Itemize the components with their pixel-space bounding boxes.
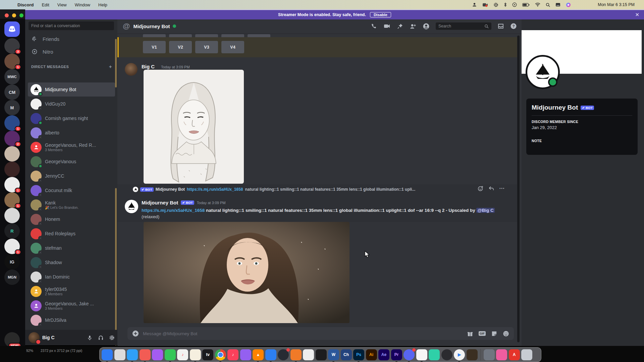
sidebar-scrollbar[interactable]	[115, 39, 117, 87]
server-icon[interactable]: NEW!	[4, 332, 20, 348]
server-icon[interactable]: 1	[4, 192, 20, 208]
reply-icon[interactable]	[488, 185, 494, 191]
add-reaction-icon[interactable]	[478, 185, 484, 191]
sticker-icon[interactable]	[491, 330, 497, 337]
dock-after-effects[interactable]: Ae	[378, 349, 389, 360]
dock-calendar[interactable]	[140, 349, 151, 360]
dock-acrobat[interactable]: A	[509, 349, 520, 360]
sidebar-item-nitro[interactable]: Nitro	[28, 46, 115, 58]
minimize-traffic-light[interactable]	[12, 13, 16, 17]
prompt-link[interactable]: https://s.mj.run/x5aHUx_1658	[142, 208, 205, 213]
user-avatar[interactable]	[29, 332, 40, 343]
spotlight-search-icon[interactable]	[546, 3, 550, 7]
chat-search-input[interactable]: Search	[436, 22, 491, 30]
mention-pill[interactable]: @Big C	[476, 208, 494, 213]
dm-item-kank[interactable]: Kank🎉 Let's Go Brandon.	[28, 198, 115, 212]
dm-item-red-roleplays[interactable]: Red Roleplays	[28, 227, 115, 241]
gif-icon[interactable]: GIF	[479, 331, 486, 336]
dm-item-georgevanous-jake-[interactable]: GeorgeVanous, Jake ...3 Members	[28, 299, 115, 313]
inbox-icon[interactable]	[497, 23, 504, 29]
message-input[interactable]: Message @Midjourney Bot	[143, 331, 463, 336]
sketch-attachment-image[interactable]	[144, 70, 244, 184]
dock-trash[interactable]	[521, 349, 532, 360]
server-icon[interactable]: 1	[4, 239, 20, 254]
video-call-icon[interactable]	[383, 23, 391, 29]
upscaled-attachment-image[interactable]	[144, 222, 350, 323]
dock-apple-tv[interactable]: tv	[202, 349, 213, 360]
dm-item-alberto[interactable]: alberto	[28, 126, 115, 140]
version-button-v4[interactable]: V4	[221, 41, 244, 53]
dm-item-ian-dominic[interactable]: Ian Dominic	[28, 270, 115, 284]
menu-item-window[interactable]: Window	[71, 2, 94, 7]
play-circle-icon[interactable]	[512, 2, 517, 7]
dm-item-cornish-games-night[interactable]: Cornish games night	[28, 111, 115, 125]
server-icon[interactable]: 1	[4, 115, 20, 131]
server-icon-mgn[interactable]: MGN	[4, 269, 20, 285]
dm-item-cocunut-milk[interactable]: Cocunut milk	[28, 183, 115, 197]
mic-icon[interactable]	[87, 335, 93, 341]
upscale-button-partial[interactable]	[169, 34, 192, 37]
server-icon[interactable]: 1	[4, 177, 20, 192]
message-author[interactable]: Big C	[142, 64, 155, 69]
note-label[interactable]: NOTE	[532, 139, 638, 143]
sidebar-item-friends[interactable]: Friends	[28, 33, 115, 45]
conversation-search-input[interactable]: Find or start a conversation	[29, 21, 114, 30]
version-button-v1[interactable]: V1	[143, 41, 166, 53]
server-icon[interactable]	[4, 146, 20, 162]
avatar[interactable]	[125, 63, 138, 76]
dock-facetime[interactable]	[165, 349, 176, 360]
dock-media-pink[interactable]	[496, 349, 507, 360]
dm-item-georgevanous-red-r-[interactable]: GeorgeVanous, Red R...3 Members	[28, 140, 115, 154]
upscale-button-partial[interactable]	[143, 34, 166, 37]
dock-podcasts[interactable]	[240, 349, 251, 360]
voice-call-icon[interactable]	[371, 23, 377, 29]
dock-apple-music[interactable]: ♪	[227, 349, 238, 360]
user-profile-icon[interactable]	[423, 23, 430, 30]
menu-item-view[interactable]: View	[53, 2, 71, 7]
more-icon[interactable]: ⋯	[499, 185, 505, 191]
create-dm-icon[interactable]: +	[109, 64, 112, 69]
reply-author[interactable]: Midjourney Bot	[156, 187, 185, 192]
server-icon-mwc[interactable]: MWC	[4, 69, 20, 84]
dock-word[interactable]: W	[328, 349, 339, 360]
bot-avatar[interactable]	[125, 200, 138, 213]
dm-item-shadow[interactable]: Shadow	[28, 255, 115, 269]
chat-scrollbar[interactable]	[517, 36, 520, 342]
sidebar-scrollbar[interactable]	[115, 188, 117, 346]
reroll-button-partial[interactable]	[248, 34, 270, 37]
dock-notes-white[interactable]	[416, 349, 427, 360]
discord-home-button[interactable]	[4, 21, 20, 37]
dock-xcode[interactable]	[265, 349, 276, 360]
server-icon-m[interactable]: M	[4, 100, 20, 115]
dm-item-jennycc[interactable]: JennyCC	[28, 169, 115, 183]
dock-notes[interactable]	[190, 349, 201, 360]
attach-plus-icon[interactable]	[132, 330, 139, 337]
disable-streamer-mode-button[interactable]: Disable	[370, 12, 391, 17]
dock-dark-round-app[interactable]	[441, 349, 452, 360]
menu-item-discord[interactable]: Discord	[13, 2, 38, 7]
dock-system-settings[interactable]	[484, 349, 495, 360]
dm-item-tyler00345[interactable]: tyler003452 Members	[28, 284, 115, 298]
add-friend-icon[interactable]	[409, 23, 417, 29]
dock-firefox[interactable]	[152, 349, 163, 360]
battery-icon[interactable]	[522, 3, 530, 7]
reply-reference[interactable]: ✔ BOT Midjourney Bot https://s.mj.run/x5…	[133, 186, 508, 192]
headphones-icon[interactable]	[98, 335, 104, 341]
reply-link[interactable]: https://s.mj.run/x5aHUx_1658	[187, 187, 243, 192]
emoji-icon[interactable]	[503, 330, 509, 337]
server-icon[interactable]: 3	[4, 38, 20, 54]
dock-photos[interactable]	[114, 349, 125, 360]
settings-gear-icon[interactable]	[109, 335, 115, 341]
dock-vlc[interactable]: ▲	[253, 349, 264, 360]
input-source-icon[interactable]	[555, 3, 560, 7]
banner-close-icon[interactable]: ✕	[635, 12, 639, 18]
dock-teal-app[interactable]	[429, 349, 440, 360]
siri-icon[interactable]	[566, 2, 571, 7]
dock-finder[interactable]	[102, 349, 113, 360]
dock-charles[interactable]: Ch	[341, 349, 352, 360]
dock-music-white[interactable]: ♪	[177, 349, 188, 360]
menu-clock[interactable]: Mon Mar 6 3:15 PM	[598, 2, 635, 7]
upscale-button-partial[interactable]	[221, 34, 244, 37]
server-icon-cm[interactable]: CM	[4, 84, 20, 100]
dock-premiere[interactable]: Pr	[391, 349, 402, 360]
